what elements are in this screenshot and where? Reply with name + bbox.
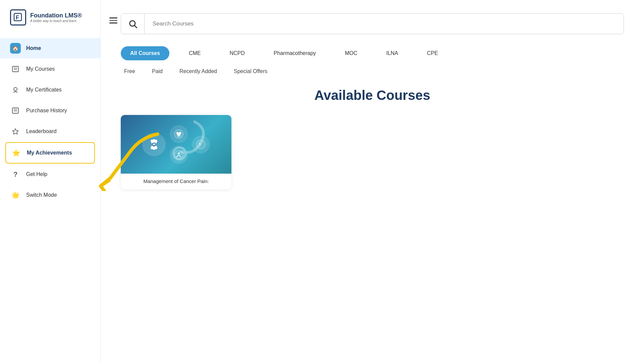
- course-card-title: Management of Cancer Pain:: [126, 178, 226, 184]
- tab-paid[interactable]: Paid: [152, 68, 163, 74]
- sidebar-item-purchase-history-label: Purchase History: [26, 108, 67, 114]
- courses-grid: ✚: [121, 115, 624, 189]
- get-help-icon: ?: [10, 169, 21, 180]
- leaderboard-icon: [10, 126, 21, 137]
- sidebar-item-get-help-label: Get Help: [26, 171, 47, 177]
- sidebar-item-switch-mode[interactable]: 🌟 Switch Mode: [0, 185, 100, 205]
- svg-point-5: [14, 87, 17, 91]
- sidebar-item-leaderboard-label: Leaderboard: [26, 128, 57, 134]
- course-card-body: Management of Cancer Pain:: [121, 174, 231, 189]
- svg-text:F: F: [16, 15, 19, 20]
- primary-filter-tabs: All Courses CME NCPD Pharmacotherapy MOC…: [121, 46, 624, 60]
- search-button[interactable]: [121, 14, 145, 34]
- logo-area: F Foundation LMS® A better way to teach …: [0, 0, 100, 35]
- sidebar-item-purchase-history[interactable]: Purchase History: [0, 101, 100, 121]
- sidebar-item-switch-mode-label: Switch Mode: [26, 192, 57, 198]
- tab-ncpd[interactable]: NCPD: [220, 46, 254, 60]
- app-name: Foundation LMS®: [30, 12, 82, 19]
- tab-free[interactable]: Free: [124, 68, 135, 74]
- logo-text: Foundation LMS® A better way to teach an…: [30, 12, 82, 23]
- tab-all-courses[interactable]: All Courses: [121, 46, 169, 60]
- svg-rect-6: [12, 108, 18, 113]
- main-content: All Courses CME NCPD Pharmacotherapy MOC…: [101, 0, 644, 362]
- home-icon: 🏠: [10, 43, 21, 54]
- search-bar-container: [121, 13, 624, 34]
- sidebar-item-my-courses-label: My Courses: [26, 66, 55, 72]
- sidebar-item-my-achievements[interactable]: ⭐ My Achievements: [5, 142, 95, 164]
- svg-line-10: [135, 25, 137, 27]
- purchase-history-icon: [10, 105, 21, 116]
- course-card[interactable]: ✚: [121, 115, 231, 189]
- my-certificates-icon: [10, 84, 21, 95]
- stethoscope-decoration: [121, 115, 231, 174]
- tab-recently-added[interactable]: Recently Added: [179, 68, 217, 74]
- sidebar: F Foundation LMS® A better way to teach …: [0, 0, 101, 362]
- logo-icon: F: [10, 9, 26, 25]
- svg-rect-2: [12, 66, 18, 72]
- switch-mode-icon: 🌟: [10, 190, 21, 200]
- sidebar-item-home[interactable]: 🏠 Home: [0, 38, 100, 58]
- sidebar-item-my-certificates-label: My Certificates: [26, 87, 62, 93]
- section-title: Available Courses: [121, 88, 624, 103]
- sidebar-item-my-achievements-label: My Achievements: [27, 150, 72, 156]
- secondary-filter-tabs: Free Paid Recently Added Special Offers: [121, 68, 624, 74]
- nav-items: 🏠 Home My Courses My Certificate: [0, 35, 100, 208]
- sidebar-item-leaderboard[interactable]: Leaderboard: [0, 121, 100, 141]
- search-icon: [128, 19, 138, 28]
- tab-special-offers[interactable]: Special Offers: [234, 68, 267, 74]
- sidebar-item-home-label: Home: [26, 45, 41, 51]
- sidebar-item-get-help[interactable]: ? Get Help: [0, 164, 100, 184]
- sidebar-item-my-certificates[interactable]: My Certificates: [0, 80, 100, 100]
- my-achievements-icon: ⭐: [11, 147, 21, 158]
- tab-cpe[interactable]: CPE: [418, 46, 447, 60]
- app-tagline: A better way to teach and learn: [30, 19, 82, 23]
- my-courses-icon: [10, 64, 21, 74]
- sidebar-item-my-courses[interactable]: My Courses: [0, 59, 100, 79]
- tab-moc[interactable]: MOC: [335, 46, 367, 60]
- course-card-image: ✚: [121, 115, 231, 174]
- tab-cme[interactable]: CME: [179, 46, 210, 60]
- tab-ilna[interactable]: ILNA: [377, 46, 408, 60]
- search-input[interactable]: [145, 14, 624, 34]
- tab-pharmacotherapy[interactable]: Pharmacotherapy: [264, 46, 325, 60]
